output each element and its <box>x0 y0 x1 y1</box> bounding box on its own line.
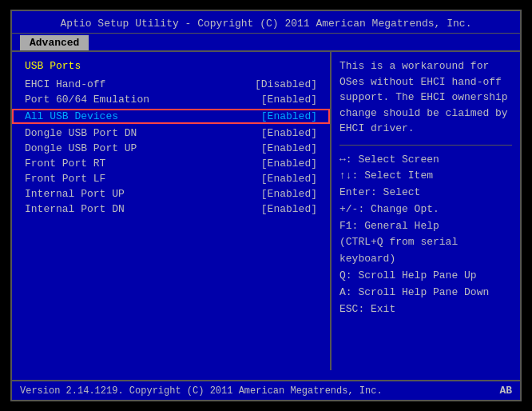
menu-item-value-5: [Enabled] <box>261 158 317 170</box>
menu-item-value-8: [Enabled] <box>261 203 317 215</box>
menu-item-value-3: [Enabled] <box>261 127 317 139</box>
key-hint-2: Enter: Select <box>339 185 512 202</box>
right-panel: This is a workaround for OSes without EH… <box>332 52 520 370</box>
menu-item-label-6: Front Port LF <box>25 173 105 185</box>
header-title: Aptio Setup Utility - Copyright (C) 2011… <box>12 14 520 33</box>
section-header: USB Ports <box>12 58 330 74</box>
key-help: ↔: Select Screen↑↓: Select ItemEnter: Se… <box>339 152 512 318</box>
key-hint-1: ↑↓: Select Item <box>339 168 512 185</box>
menu-item-1[interactable]: Port 60/64 Emulation[Enabled] <box>12 92 330 107</box>
menu-item-7[interactable]: Internal Port UP[Enabled] <box>12 186 330 202</box>
key-hint-4: F1: General Help <box>339 218 512 235</box>
header-bar: Aptio Setup Utility - Copyright (C) 2011… <box>12 11 520 34</box>
key-hint-0: ↔: Select Screen <box>339 152 512 169</box>
menu-item-label-5: Front Port RT <box>25 158 105 170</box>
bios-screen: Aptio Setup Utility - Copyright (C) 2011… <box>10 10 522 401</box>
divider <box>339 145 512 146</box>
help-text: This is a workaround for OSes without EH… <box>339 58 512 137</box>
left-panel: USB Ports EHCI Hand-off[Disabled]Port 60… <box>12 52 332 370</box>
menu-item-label-3: Dongle USB Port DN <box>25 127 137 139</box>
menu-item-label-7: Internal Port UP <box>25 188 125 200</box>
menu-item-5[interactable]: Front Port RT[Enabled] <box>12 156 330 171</box>
tab-advanced[interactable]: Advanced <box>20 35 89 50</box>
key-hint-6: Q: Scroll Help Pane Up <box>339 268 512 285</box>
menu-item-value-1: [Enabled] <box>261 94 317 106</box>
key-hint-8: ESC: Exit <box>339 301 512 318</box>
footer-code: AB <box>499 385 512 397</box>
menu-item-value-6: [Enabled] <box>261 173 317 185</box>
key-hint-5: (CTRL+Q from serial keyboard) <box>339 234 512 268</box>
menu-item-label-2: All USB Devices <box>25 110 118 122</box>
footer: Version 2.14.1219. Copyright (C) 2011 Am… <box>12 380 520 400</box>
menu-item-3[interactable]: Dongle USB Port DN[Enabled] <box>12 126 330 141</box>
menu-item-8[interactable]: Internal Port DN[Enabled] <box>12 202 330 217</box>
menu-item-label-4: Dongle USB Port UP <box>25 142 137 154</box>
key-hint-3: +/-: Change Opt. <box>339 202 512 218</box>
menu-item-label-0: EHCI Hand-off <box>25 78 105 90</box>
menu-items-container: EHCI Hand-off[Disabled]Port 60/64 Emulat… <box>12 77 330 217</box>
menu-item-value-2: [Enabled] <box>261 110 317 122</box>
menu-item-2[interactable]: All USB Devices[Enabled] <box>12 109 330 124</box>
menu-item-value-7: [Enabled] <box>261 188 317 200</box>
main-area: USB Ports EHCI Hand-off[Disabled]Port 60… <box>12 52 520 370</box>
menu-item-value-0: [Disabled] <box>255 78 317 90</box>
menu-item-label-8: Internal Port DN <box>25 203 125 215</box>
menu-item-6[interactable]: Front Port LF[Enabled] <box>12 171 330 186</box>
menu-item-label-1: Port 60/64 Emulation <box>25 94 149 106</box>
menu-item-value-4: [Enabled] <box>261 142 317 154</box>
tab-bar: Advanced <box>12 34 520 52</box>
menu-item-4[interactable]: Dongle USB Port UP[Enabled] <box>12 141 330 156</box>
key-hint-7: A: Scroll Help Pane Down <box>339 285 512 301</box>
menu-item-0[interactable]: EHCI Hand-off[Disabled] <box>12 77 330 92</box>
footer-text: Version 2.14.1219. Copyright (C) 2011 Am… <box>20 385 383 397</box>
